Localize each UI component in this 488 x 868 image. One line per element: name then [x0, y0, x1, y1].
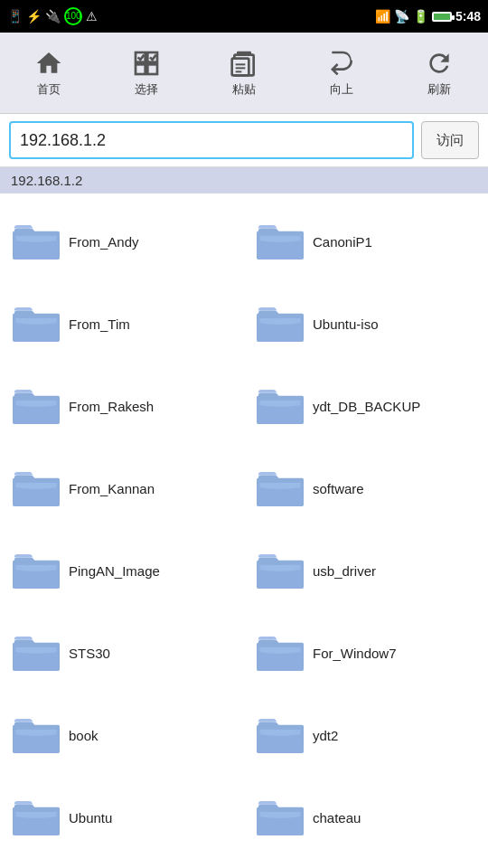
folder-icon	[257, 799, 304, 837]
folder-icon	[13, 306, 60, 344]
folder-icon	[13, 799, 60, 837]
up-icon	[327, 49, 356, 78]
folder-item-ydt-db-backup[interactable]: ydt_DB_BACKUP	[244, 365, 488, 448]
svg-rect-6	[232, 58, 249, 75]
toolbar-up-label: 向上	[330, 81, 353, 98]
path-text: 192.168.1.2	[11, 173, 82, 188]
folder-name: From_Rakesh	[69, 399, 154, 414]
folder-item-from-kannan[interactable]: From_Kannan	[0, 448, 244, 530]
folder-name: STS30	[69, 646, 110, 661]
address-bar: 访问	[0, 114, 488, 167]
folder-item-ubuntu-iso[interactable]: Ubuntu-iso	[244, 283, 488, 365]
signal-icon: 📡	[394, 9, 409, 24]
toolbar-paste[interactable]: 粘贴	[199, 37, 289, 109]
battery-icon	[432, 12, 452, 22]
folder-icon	[13, 470, 60, 508]
folder-item-usb-driver[interactable]: usb_driver	[244, 530, 488, 612]
toolbar-refresh-label: 刷新	[427, 81, 451, 98]
folder-icon	[13, 223, 60, 261]
paste-icon	[230, 49, 258, 78]
folder-icon	[257, 223, 304, 261]
folder-name: ydt_DB_BACKUP	[313, 399, 420, 414]
folder-name: For_Window7	[313, 646, 397, 661]
folder-name: PingAN_Image	[69, 563, 160, 579]
folder-item-from-rakesh[interactable]: From_Rakesh	[0, 365, 244, 448]
folder-name: book	[69, 728, 99, 743]
toolbar-select-label: 选择	[135, 81, 158, 98]
warning-icon: ⚠	[86, 9, 98, 24]
toolbar-up[interactable]: 向上	[296, 37, 387, 109]
folder-name: Ubuntu-iso	[313, 316, 379, 332]
status-left: 📱 ⚡ 🔌 100 ⚠	[7, 7, 98, 25]
folder-item-book[interactable]: book	[0, 694, 244, 777]
network-icon: 🔋	[413, 9, 428, 24]
select-icon	[132, 49, 161, 78]
svg-rect-3	[147, 64, 157, 74]
time-display: 5:48	[455, 9, 481, 24]
folder-name: usb_driver	[313, 563, 376, 579]
folder-name: From_Andy	[69, 234, 139, 250]
visit-button[interactable]: 访问	[421, 121, 479, 159]
folder-icon	[13, 717, 60, 755]
folder-icon	[257, 388, 304, 426]
toolbar: 首页 选择 粘贴 向上 刷新	[0, 33, 488, 114]
folder-item-sts30[interactable]: STS30	[0, 612, 244, 694]
folder-name: ydt2	[313, 728, 338, 743]
folder-icon	[257, 635, 304, 673]
folder-icon	[257, 306, 304, 344]
folder-icon	[257, 552, 304, 590]
path-bar: 192.168.1.2	[0, 167, 488, 193]
folder-item-software[interactable]: software	[244, 448, 488, 530]
android-icon: 📱	[7, 9, 23, 24]
folder-item-for-window7[interactable]: For_Window7	[244, 612, 488, 694]
folder-item-pingan-image[interactable]: PingAN_Image	[0, 530, 244, 612]
folder-icon	[13, 388, 60, 426]
toolbar-refresh[interactable]: 刷新	[394, 37, 484, 109]
folder-item-ubuntu[interactable]: Ubuntu	[0, 777, 244, 859]
battery-percent-badge: 100	[64, 7, 82, 25]
folder-item-chateau[interactable]: chateau	[244, 777, 488, 859]
address-input[interactable]	[9, 121, 414, 159]
folder-item-canonip1[interactable]: CanoniP1	[244, 201, 488, 283]
folder-item-from-tim[interactable]: From_Tim	[0, 283, 244, 365]
folder-name: Ubuntu	[69, 810, 112, 826]
folder-name: From_Tim	[69, 316, 130, 332]
usb-icon: ⚡	[26, 9, 42, 24]
folder-item-from-andy[interactable]: From_Andy	[0, 201, 244, 283]
folder-icon	[257, 717, 304, 755]
folder-name: software	[313, 481, 364, 496]
refresh-icon	[425, 49, 454, 78]
status-right: 📶 📡 🔋 5:48	[375, 9, 481, 24]
folder-name: CanoniP1	[313, 234, 372, 250]
svg-rect-2	[136, 64, 145, 74]
folder-icon	[257, 470, 304, 508]
toolbar-paste-label: 粘贴	[232, 81, 256, 98]
status-bar: 📱 ⚡ 🔌 100 ⚠ 📶 📡 🔋 5:48	[0, 0, 488, 33]
folder-name: chateau	[313, 810, 361, 826]
toolbar-select[interactable]: 选择	[101, 37, 192, 109]
folder-name: From_Kannan	[69, 481, 155, 496]
folder-item-ydt2[interactable]: ydt2	[244, 694, 488, 777]
home-icon	[34, 49, 63, 78]
file-grid: From_Andy CanoniP1	[0, 193, 488, 866]
folder-icon	[13, 635, 60, 673]
wifi-icon: 📶	[375, 9, 390, 24]
usb2-icon: 🔌	[45, 9, 61, 24]
toolbar-home-label: 首页	[37, 81, 61, 98]
folder-icon	[13, 552, 60, 590]
toolbar-home[interactable]: 首页	[4, 37, 94, 109]
